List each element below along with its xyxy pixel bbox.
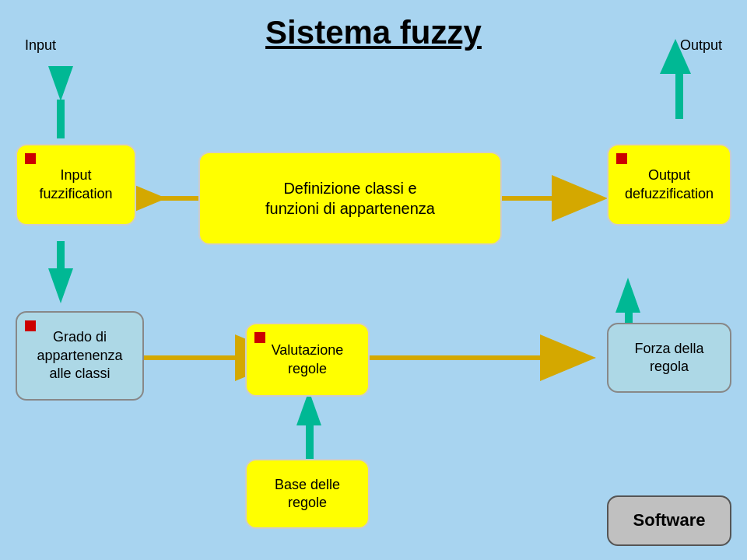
- input-label: Input: [25, 37, 56, 54]
- red-indicator-valutazione: [254, 332, 265, 343]
- arrow-input-down-icon: [48, 66, 73, 101]
- arrows-svg: [0, 0, 747, 560]
- svg-rect-8: [57, 241, 65, 274]
- software-label: Software: [633, 509, 706, 532]
- forza-box: Forza della regola: [607, 323, 731, 393]
- grado-label: Grado di appartenenza alle classi: [37, 328, 122, 383]
- base-box: Base delle regole: [245, 459, 370, 529]
- base-label: Base delle regole: [275, 476, 340, 513]
- input-fuzzification-label: Input fuzzification: [39, 166, 112, 203]
- red-indicator-grado: [25, 320, 36, 331]
- software-box: Software: [607, 495, 731, 546]
- svg-rect-11: [306, 424, 314, 463]
- svg-rect-4: [57, 100, 65, 138]
- forza-label: Forza della regola: [634, 340, 703, 376]
- definizione-classi-box: Definizione classi e funzioni di apparte…: [198, 152, 502, 245]
- output-label: Output: [680, 37, 722, 54]
- grado-box: Grado di appartenenza alle classi: [16, 311, 144, 401]
- input-fuzzification-box: Input fuzzification: [16, 144, 136, 226]
- svg-marker-7: [48, 268, 73, 303]
- page-title: Sistema fuzzy: [0, 0, 747, 51]
- svg-rect-15: [675, 72, 683, 119]
- svg-marker-14: [615, 278, 640, 313]
- red-indicator-input-fuzz: [25, 153, 36, 164]
- red-indicator-output-defuzz: [616, 153, 627, 164]
- valutazione-label: Valutazione regole: [272, 341, 344, 378]
- valutazione-box: Valutazione regole: [245, 323, 370, 397]
- output-defuzzification-label: Output defuzzification: [625, 166, 714, 203]
- output-defuzzification-box: Output defuzzification: [607, 144, 731, 226]
- definizione-classi-label: Definizione classi e funzioni di apparte…: [265, 178, 435, 219]
